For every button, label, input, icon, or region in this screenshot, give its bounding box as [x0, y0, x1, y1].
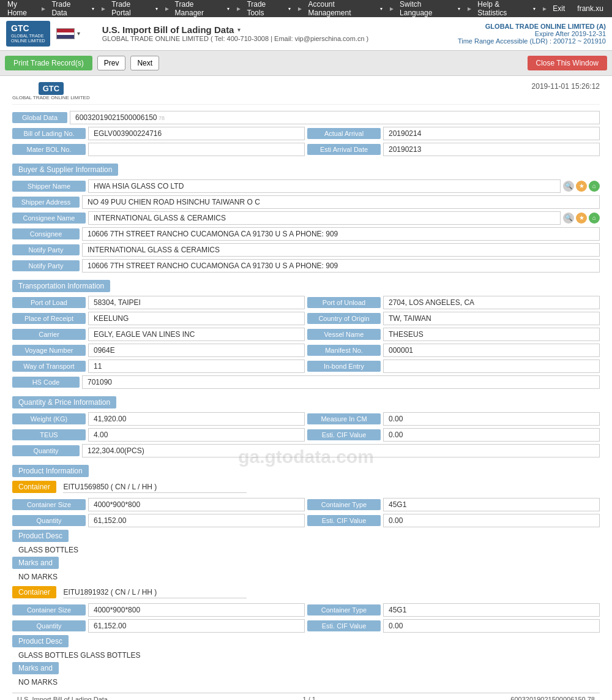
measure-col: Measure In CM 0.00	[307, 412, 600, 426]
container2-qty-col: Quantity 61,152.00	[12, 619, 305, 633]
container1-value: EITU1569850 ( CN / L / HH )	[63, 483, 247, 493]
esti-arrival-value: 20190213	[383, 143, 600, 156]
container2-cif-col: Esti. CIF Value 0.00	[307, 619, 600, 633]
trade-portal-arrow: ▾	[153, 6, 160, 12]
teus-label: TEUS	[12, 429, 86, 440]
product-desc1-row: Product Desc	[12, 530, 600, 544]
close-window-button[interactable]: Close This Window	[528, 56, 607, 70]
container1-size-col: Container Size 4000*900*800	[12, 498, 305, 511]
header-right-info: GLOBAL TRADE ONLINE LIMITED (A) Expire A…	[458, 23, 606, 45]
container1-type-col: Container Type 45G1	[307, 498, 600, 511]
notify-party-2-value: 10606 7TH STREET RANCHO CUCAMONGA CA 917…	[82, 259, 600, 273]
way-transport-col: Way of Transport 11	[12, 359, 305, 373]
page-title: U.S. Import Bill of Lading Data	[102, 24, 234, 35]
transport-bond-row: Way of Transport 11 In-bond Entry	[12, 359, 600, 373]
qty-price-header: Quantity & Price Information	[12, 396, 116, 408]
place-receipt-col: Place of Receipt KEELUNG	[12, 312, 305, 325]
esti-cif-col: Esti. CIF Value 0.00	[307, 428, 600, 442]
vessel-name-value: THESEUS	[383, 328, 600, 341]
marks2-value: NO MARKS	[12, 678, 600, 687]
container2-type-label: Container Type	[307, 604, 381, 615]
consignee-name-row: Consignee Name INTERNATIONAL GLASS & CER…	[12, 211, 600, 225]
container1-label: Container	[12, 481, 56, 493]
record-container: GTC GLOBAL TRADE ONLINE LIMITED 2019-11-…	[0, 76, 612, 700]
container2-size-value: 4000*900*800	[88, 603, 305, 617]
marks1-label: Marks and	[12, 557, 59, 569]
notify-party-1-value: INTERNATIONAL GLASS & CERAMICS	[82, 243, 600, 257]
quantity-value: 122,304.00(PCS)	[82, 444, 600, 457]
esti-cif-value: 0.00	[383, 428, 600, 442]
prev-button[interactable]: Prev	[97, 56, 126, 70]
transport-header: Transportation Information	[12, 280, 110, 292]
weight-label: Weight (KG)	[12, 413, 86, 424]
esti-arrival-label: Esti Arrival Date	[307, 144, 381, 155]
logo-icon: GTC GLOBAL TRADE ONLINE LIMITED	[6, 21, 50, 47]
product-desc1-label: Product Desc	[12, 530, 69, 542]
container1-row: Container EITU1569850 ( CN / L / HH )	[12, 481, 600, 495]
bol-arrival-row: Bill of Lading No. EGLV003900224716 Actu…	[12, 127, 600, 140]
container1-qty-col: Quantity 61,152.00	[12, 514, 305, 527]
carrier-col: Carrier EGLY, EAGLE VAN LINES INC	[12, 328, 305, 341]
consignee-search-icon[interactable]: 🔍	[563, 213, 574, 224]
esti-cif-label: Esti. CIF Value	[307, 429, 381, 440]
nav-trade-manager[interactable]: Trade Manager	[173, 0, 223, 17]
global-data-value: 60032019021500006150 78	[70, 111, 600, 124]
port-of-unload-label: Port of Unload	[307, 297, 381, 308]
expire-date: Expire After 2019-12-31	[458, 30, 606, 37]
nav-trade-tools[interactable]: Trade Tools	[244, 0, 283, 17]
container2-size-label: Container Size	[12, 604, 86, 615]
teus-col: TEUS 4.00	[12, 428, 305, 442]
shipper-name-value: HWA HSIA GLASS CO LTD	[88, 179, 561, 193]
shipper-star-icon[interactable]: ★	[576, 181, 587, 192]
print-button[interactable]: Print Trade Record(s)	[5, 56, 92, 70]
container1-qty-value: 61,152.00	[88, 514, 305, 527]
port-of-load-value: 58304, TAIPEI	[88, 296, 305, 309]
trade-data-arrow: ▾	[89, 6, 97, 12]
weight-value: 41,920.00	[88, 412, 305, 426]
trade-tools-arrow: ▾	[286, 6, 293, 12]
container2-qty-cif-row: Quantity 61,152.00 Esti. CIF Value 0.00	[12, 619, 600, 633]
container2-size-col: Container Size 4000*900*800	[12, 603, 305, 617]
nav-exit[interactable]: Exit	[550, 4, 567, 13]
flag-dropdown[interactable]: ▾	[77, 30, 80, 37]
top-toolbar: Print Trade Record(s) Prev Next Close Th…	[0, 51, 612, 76]
consignee-icons: 🔍 ★ ⌂	[563, 213, 600, 224]
shipper-search-icon[interactable]: 🔍	[563, 181, 574, 192]
container2-type-value: 45G1	[383, 603, 600, 617]
marks1-header-row: Marks and	[12, 557, 600, 571]
marks2-label: Marks and	[12, 662, 59, 674]
marks1-value: NO MARKS	[12, 573, 600, 581]
record-timestamp: 2019-11-01 15:26:12	[532, 82, 600, 91]
consignee-star-icon[interactable]: ★	[576, 213, 587, 224]
us-flag	[56, 28, 75, 39]
shipper-addr-label: Shipper Address	[12, 197, 80, 208]
nav-my-home[interactable]: My Home	[5, 0, 38, 17]
page-header: GTC GLOBAL TRADE ONLINE LIMITED ▾ U.S. I…	[0, 17, 612, 51]
teus-value: 4.00	[88, 428, 305, 442]
carrier-value: EGLY, EAGLE VAN LINES INC	[88, 328, 305, 341]
actual-arrival-value: 20190214	[383, 127, 600, 140]
nav-account-management[interactable]: Account Management	[305, 0, 375, 17]
nav-switch-language[interactable]: Switch Language	[397, 0, 453, 17]
nav-trade-portal[interactable]: Trade Portal	[109, 0, 150, 17]
manifest-no-value: 000001	[383, 344, 600, 357]
next-button[interactable]: Next	[130, 56, 159, 70]
product-info-header: Product Information	[12, 465, 89, 477]
quantity-label: Quantity	[12, 445, 80, 456]
nav-trade-data[interactable]: Trade Data	[49, 0, 87, 17]
nav-help-statistics[interactable]: Help & Statistics	[475, 0, 528, 17]
title-dropdown[interactable]: ▾	[237, 26, 241, 33]
record-footer-id: 60032019021500006150 78	[510, 696, 595, 700]
consignee-home-icon[interactable]: ⌂	[589, 213, 600, 224]
port-of-load-label: Port of Load	[12, 297, 86, 308]
container1-size-type-row: Container Size 4000*900*800 Container Ty…	[12, 498, 600, 511]
marks2-header-row: Marks and	[12, 662, 600, 677]
hs-code-value: 701090	[82, 375, 600, 389]
shipper-home-icon[interactable]: ⌂	[589, 181, 600, 192]
record-logo-text: GLOBAL TRADE ONLINE LIMITED	[12, 95, 90, 100]
weight-col: Weight (KG) 41,920.00	[12, 412, 305, 426]
notify-party-2-label: Notify Party	[12, 260, 80, 271]
container2-cif-label: Esti. CIF Value	[307, 620, 381, 631]
hs-code-row: HS Code 701090	[12, 375, 600, 389]
weight-measure-row: Weight (KG) 41,920.00 Measure In CM 0.00	[12, 412, 600, 426]
